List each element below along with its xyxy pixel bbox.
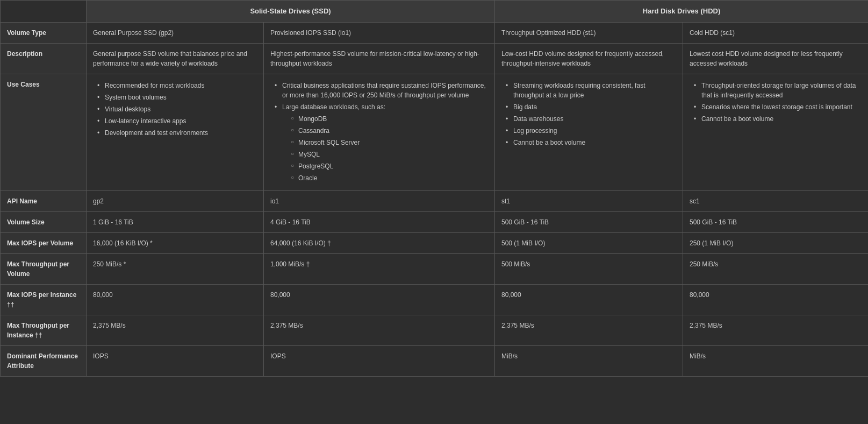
list-item: Low-latency interactive apps: [97, 115, 257, 127]
io1-use-cases: Critical business applications that requ…: [264, 74, 495, 190]
list-item: Virtual desktops: [97, 103, 257, 115]
sc1-use-cases: Throughput-oriented storage for large vo…: [683, 74, 868, 190]
list-item: Cannot be a boot volume: [694, 113, 862, 125]
header-empty: [1, 1, 87, 23]
list-item: Big data: [506, 101, 676, 113]
list-item: Microsoft SQL Server: [291, 137, 488, 149]
label-max-iops-instance: Max IOPS per Instance ††: [1, 284, 87, 315]
list-item: Throughput-oriented storage for large vo…: [694, 80, 862, 101]
header-hdd: Hard Disk Drives (HDD): [495, 1, 868, 23]
gp2-volume-type: General Purpose SSD (gp2): [87, 22, 264, 43]
list-item: MongoDB: [291, 113, 488, 125]
st1-max-iops-instance: 80,000: [495, 284, 683, 315]
gp2-dominant-perf: IOPS: [87, 345, 264, 376]
list-item: Cannot be a boot volume: [506, 137, 676, 149]
list-item: System boot volumes: [97, 91, 257, 103]
sc1-max-throughput: 250 MiB/s: [683, 253, 868, 284]
io1-volume-size: 4 GiB - 16 TiB: [264, 211, 495, 232]
st1-volume-type: Throughput Optimized HDD (st1): [495, 22, 683, 43]
table-row-max-iops: Max IOPS per Volume 16,000 (16 KiB I/O) …: [1, 232, 869, 253]
label-volume-size: Volume Size: [1, 211, 87, 232]
list-item: Recommended for most workloads: [97, 80, 257, 91]
list-item: Development and test environments: [97, 127, 257, 139]
io1-description: Highest-performance SSD volume for missi…: [264, 43, 495, 74]
st1-max-throughput: 500 MiB/s: [495, 253, 683, 284]
io1-api-name: io1: [264, 190, 495, 211]
list-item: Scenarios where the lowest storage cost …: [694, 101, 862, 113]
list-item: Oracle: [291, 172, 488, 184]
gp2-max-throughput-instance: 2,375 MB/s: [87, 315, 264, 345]
list-item: Streaming workloads requiring consistent…: [506, 80, 676, 101]
table-row-description: Description General purpose SSD volume t…: [1, 43, 869, 74]
table-row-max-iops-instance: Max IOPS per Instance †† 80,000 80,000 8…: [1, 284, 869, 315]
io1-volume-type: Provisioned IOPS SSD (io1): [264, 22, 495, 43]
io1-dominant-perf: IOPS: [264, 345, 495, 376]
header-ssd: Solid-State Drives (SSD): [87, 1, 495, 23]
st1-max-iops: 500 (1 MiB I/O): [495, 232, 683, 253]
list-item: Large database workloads, such as: Mongo…: [275, 101, 488, 185]
sc1-max-throughput-instance: 2,375 MB/s: [683, 315, 868, 345]
st1-use-cases: Streaming workloads requiring consistent…: [495, 74, 683, 190]
label-volume-type: Volume Type: [1, 22, 87, 43]
table-row-api-name: API Name gp2 io1 st1 sc1: [1, 190, 869, 211]
io1-max-iops: 64,000 (16 KiB I/O) †: [264, 232, 495, 253]
list-item: PostgreSQL: [291, 160, 488, 172]
table-row-volume-size: Volume Size 1 GiB - 16 TiB 4 GiB - 16 Ti…: [1, 211, 869, 232]
list-item: Log processing: [506, 125, 676, 137]
label-description: Description: [1, 43, 87, 74]
st1-max-throughput-instance: 2,375 MB/s: [495, 315, 683, 345]
io1-max-throughput-instance: 2,375 MB/s: [264, 315, 495, 345]
sc1-description: Lowest cost HDD volume designed for less…: [683, 43, 868, 74]
label-max-throughput-instance: Max Throughput per Instance ††: [1, 315, 87, 345]
st1-dominant-perf: MiB/s: [495, 345, 683, 376]
label-dominant-perf: Dominant Performance Attribute: [1, 345, 87, 376]
sc1-dominant-perf: MiB/s: [683, 345, 868, 376]
list-item: Cassandra: [291, 125, 488, 137]
st1-description: Low-cost HDD volume designed for frequen…: [495, 43, 683, 74]
label-use-cases: Use Cases: [1, 74, 87, 190]
list-item: Data warehouses: [506, 113, 676, 125]
label-api-name: API Name: [1, 190, 87, 211]
label-max-throughput: Max Throughput per Volume: [1, 253, 87, 284]
table-row-dominant-perf: Dominant Performance Attribute IOPS IOPS…: [1, 345, 869, 376]
sc1-max-iops-instance: 80,000: [683, 284, 868, 315]
gp2-max-throughput: 250 MiB/s *: [87, 253, 264, 284]
io1-max-iops-instance: 80,000: [264, 284, 495, 315]
gp2-description: General purpose SSD volume that balances…: [87, 43, 264, 74]
gp2-volume-size: 1 GiB - 16 TiB: [87, 211, 264, 232]
gp2-api-name: gp2: [87, 190, 264, 211]
storage-comparison-table: Solid-State Drives (SSD) Hard Disk Drive…: [0, 0, 868, 377]
sc1-volume-type: Cold HDD (sc1): [683, 22, 868, 43]
table-row-max-throughput-instance: Max Throughput per Instance †† 2,375 MB/…: [1, 315, 869, 345]
table-row-max-throughput: Max Throughput per Volume 250 MiB/s * 1,…: [1, 253, 869, 284]
table-row-use-cases: Use Cases Recommended for most workloads…: [1, 74, 869, 190]
sc1-max-iops: 250 (1 MiB I/O): [683, 232, 868, 253]
st1-api-name: st1: [495, 190, 683, 211]
label-max-iops: Max IOPS per Volume: [1, 232, 87, 253]
st1-volume-size: 500 GiB - 16 TiB: [495, 211, 683, 232]
gp2-use-cases: Recommended for most workloads System bo…: [87, 74, 264, 190]
table-row-volume-type: Volume Type General Purpose SSD (gp2) Pr…: [1, 22, 869, 43]
sc1-api-name: sc1: [683, 190, 868, 211]
gp2-max-iops: 16,000 (16 KiB I/O) *: [87, 232, 264, 253]
sc1-volume-size: 500 GiB - 16 TiB: [683, 211, 868, 232]
list-item: MySQL: [291, 149, 488, 160]
list-item: Critical business applications that requ…: [275, 80, 488, 101]
comparison-table-wrapper: Solid-State Drives (SSD) Hard Disk Drive…: [0, 0, 868, 377]
io1-max-throughput: 1,000 MiB/s †: [264, 253, 495, 284]
gp2-max-iops-instance: 80,000: [87, 284, 264, 315]
